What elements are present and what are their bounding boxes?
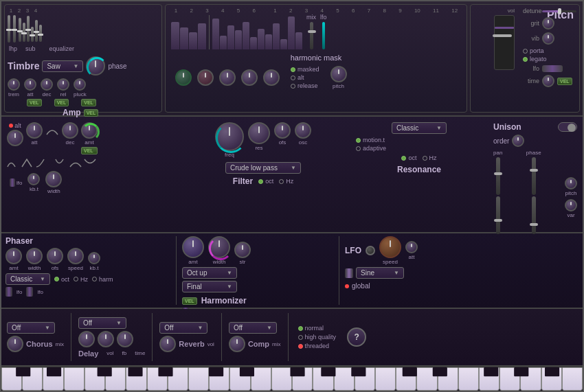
filter-type-dropdown[interactable]: Crude low pass ▼: [225, 162, 301, 174]
timbre-dropdown[interactable]: Saw ▼: [42, 60, 83, 72]
delay-vol-knob[interactable]: [78, 331, 95, 347]
lfo-att-knob[interactable]: [405, 241, 418, 253]
ofs-knob[interactable]: [274, 122, 291, 139]
oct-up-dropdown[interactable]: Oct up ▼: [182, 267, 237, 279]
alt-knob[interactable]: [7, 130, 23, 146]
phaser-amt-knob[interactable]: [5, 248, 22, 264]
harmonic-bar-g2-12[interactable]: [295, 32, 302, 49]
white-key-14[interactable]: [271, 367, 292, 391]
vol-slider-area[interactable]: [494, 15, 515, 70]
amt-env-knob[interactable]: [81, 122, 98, 139]
harmonic-bar-g1-3[interactable]: [189, 32, 197, 49]
eq-slider-2[interactable]: [23, 23, 25, 42]
mix-slider[interactable]: [310, 22, 313, 49]
res-oct-radio[interactable]: oct: [401, 154, 416, 161]
rel-knob[interactable]: [57, 78, 69, 91]
hm-knob4[interactable]: [241, 69, 258, 86]
hm-knob2[interactable]: [197, 69, 214, 86]
pitch-unison-knob[interactable]: [565, 177, 577, 189]
harmonic-bar-g2-5[interactable]: [243, 22, 249, 49]
delay-dropdown[interactable]: Off ▼: [78, 317, 126, 329]
phaser-type-dropdown[interactable]: Classic ▼: [5, 273, 50, 285]
reverb-dropdown[interactable]: Off ▼: [159, 322, 207, 334]
normal-radio[interactable]: normal: [298, 325, 337, 332]
eq-slider-4[interactable]: [31, 27, 34, 42]
pan-slider[interactable]: [496, 157, 500, 195]
harmonic-bar-g2-7[interactable]: [258, 29, 265, 49]
chorus-dropdown[interactable]: Off ▼: [7, 322, 55, 334]
res-knob[interactable]: [248, 122, 270, 144]
lhp-slider[interactable]: [8, 15, 10, 43]
kb-t-knob[interactable]: [27, 173, 40, 185]
harmonic-bar-g2-9[interactable]: [273, 23, 280, 49]
final-dropdown[interactable]: Final ▼: [182, 281, 237, 292]
adaptive-radio[interactable]: adaptive: [356, 145, 485, 152]
phaser-hz-radio[interactable]: Hz: [74, 276, 88, 283]
vib-knob[interactable]: [542, 32, 554, 45]
harmonic-bar-g2-10[interactable]: [280, 39, 287, 49]
time-knob[interactable]: [542, 75, 554, 87]
help-button[interactable]: ?: [347, 327, 366, 347]
detune-slider[interactable]: [542, 10, 576, 12]
hm-knob5[interactable]: [263, 69, 280, 86]
osc-knob[interactable]: [295, 122, 311, 139]
harmonic-bar-g2-1[interactable]: [212, 19, 219, 49]
dec-env-knob[interactable]: [62, 122, 78, 139]
harmonic-bar-g2-3[interactable]: [227, 25, 234, 49]
harmonic-bar-g2-8[interactable]: [265, 34, 272, 49]
pitch-knob[interactable]: [330, 66, 347, 82]
grit-knob[interactable]: [542, 17, 554, 30]
freq-knob[interactable]: [215, 122, 244, 151]
pluck-knob[interactable]: [74, 78, 86, 91]
masked-radio[interactable]: masked: [291, 66, 319, 73]
harmonic-bar-g2-4[interactable]: [235, 30, 242, 49]
hm-knob1[interactable]: [175, 69, 192, 86]
eq-slider-1[interactable]: [19, 18, 21, 42]
eq-slider-5[interactable]: [35, 20, 38, 42]
delay-fb-knob[interactable]: [98, 331, 114, 347]
var-unison-knob[interactable]: [565, 199, 577, 211]
lfo-wave-dropdown[interactable]: Sine ▼: [356, 267, 404, 279]
porta-radio[interactable]: porta: [523, 47, 576, 54]
sub-slider[interactable]: [13, 15, 16, 43]
phaser-speed-knob[interactable]: [67, 248, 84, 264]
eq-slider-6[interactable]: [39, 25, 42, 42]
trem-knob[interactable]: [8, 78, 20, 91]
att-env-knob[interactable]: [26, 122, 43, 139]
filter-oct-radio[interactable]: oct: [258, 178, 273, 185]
white-key-10[interactable]: [188, 367, 209, 391]
lfo-speed-knob[interactable]: [379, 236, 401, 258]
high-quality-radio[interactable]: high quality: [298, 334, 337, 341]
harmonic-bar-g2-6[interactable]: [250, 37, 257, 49]
att-knob[interactable]: [24, 78, 36, 91]
alt-radio[interactable]: alt: [291, 74, 319, 81]
res-hz-radio[interactable]: Hz: [423, 154, 437, 161]
filter-hz-radio[interactable]: Hz: [279, 178, 293, 185]
phaser-kbt-knob[interactable]: [88, 252, 100, 264]
harmonic-bar-g2-2[interactable]: [220, 36, 227, 49]
order-knob[interactable]: [512, 135, 524, 147]
threaded-radio[interactable]: threaded: [298, 343, 337, 349]
delay-time-knob[interactable]: [117, 331, 133, 347]
phaser-oct-radio[interactable]: oct: [54, 276, 69, 283]
unison-toggle[interactable]: [558, 122, 577, 132]
comp-mix-knob[interactable]: [229, 336, 245, 352]
phase-slider[interactable]: [532, 157, 536, 195]
pan-slider-2[interactable]: [496, 196, 500, 234]
white-key-28[interactable]: [562, 367, 583, 391]
harm-width-knob[interactable]: [208, 236, 230, 258]
reverb-vol-knob[interactable]: [159, 336, 176, 352]
harmonic-bar-g2-11[interactable]: [288, 16, 295, 49]
harmonic-bar-g1-2[interactable]: [180, 27, 188, 49]
phaser-width-knob[interactable]: [26, 248, 43, 264]
hm-knob3[interactable]: [219, 69, 236, 86]
harm-str-knob[interactable]: [234, 242, 251, 258]
phase-slider-2[interactable]: [532, 196, 536, 234]
motion-t-radio[interactable]: motion.t: [356, 137, 485, 143]
white-key-4[interactable]: [64, 367, 85, 391]
harm-amt-knob[interactable]: [182, 236, 204, 258]
phaser-ofs-knob[interactable]: [47, 248, 63, 264]
legato-radio[interactable]: legato: [523, 56, 576, 62]
resonance-type-dropdown[interactable]: Classic ▼: [392, 122, 447, 134]
phaser-harm-radio[interactable]: harm: [92, 276, 113, 283]
